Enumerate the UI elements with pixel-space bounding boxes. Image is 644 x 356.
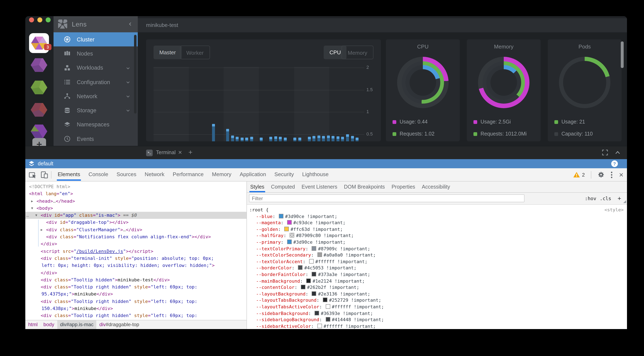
- tab-memory[interactable]: Memory: [208, 168, 236, 181]
- dom-tree-line[interactable]: <div class="Tooltip right hidden" style=…: [25, 283, 246, 291]
- warning-count[interactable]: 2: [582, 172, 585, 178]
- styles-tab-computed[interactable]: Computed: [268, 181, 298, 192]
- css-property-line[interactable]: --textColorSecondary: #a0a0a0 !important…: [247, 252, 627, 258]
- dom-tree-line[interactable]: ▶<div class="ClusterManager">…</div>: [25, 226, 246, 233]
- new-style-rule-button[interactable]: +: [618, 193, 621, 204]
- css-property-line[interactable]: --sidebarBackground: #36393e !important;: [247, 310, 627, 317]
- terminal-tab[interactable]: Terminal: [156, 146, 176, 159]
- color-swatch[interactable]: [317, 324, 322, 328]
- macos-zoom-button[interactable]: [46, 17, 50, 22]
- breadcrumb-item[interactable]: div#draggable-top: [96, 320, 142, 329]
- expand-arrow-open[interactable]: ▼: [31, 205, 33, 212]
- macos-close-button[interactable]: [29, 17, 34, 22]
- tab-lighthouse[interactable]: Lighthouse: [298, 168, 333, 181]
- dom-tree-line[interactable]: <div class="Tooltip right hidden" style=…: [25, 298, 246, 305]
- css-property-line[interactable]: --mainBackground: #1e2124 !important;: [247, 278, 627, 284]
- sidebar-scrollbar[interactable]: [134, 35, 136, 114]
- memory-toggle-button[interactable]: Memory: [342, 46, 374, 59]
- help-button[interactable]: ?: [611, 160, 618, 167]
- css-property-line[interactable]: --sidebarLogoBackground: #414448 !import…: [247, 317, 627, 323]
- dom-tree-line[interactable]: 95.4375px;">minikube</div>: [25, 291, 246, 298]
- color-swatch[interactable]: [298, 265, 303, 270]
- tab-elements[interactable]: Elements: [54, 168, 84, 181]
- breadcrumb-item[interactable]: body: [40, 320, 57, 329]
- inspect-element-icon[interactable]: [29, 171, 37, 179]
- sidebar-item-cluster[interactable]: Cluster: [54, 32, 138, 47]
- css-property-line[interactable]: --borderFaintColor: #373a3e !important;: [247, 271, 627, 278]
- devtools-close-icon[interactable]: ✕: [619, 171, 624, 178]
- css-property-line[interactable]: --blue: #3d90ce !important;: [247, 213, 627, 220]
- sidebar-item-namespaces[interactable]: Namespaces: [54, 118, 138, 132]
- styles-tab-styles[interactable]: Styles: [247, 181, 268, 192]
- toggle-class-editor[interactable]: .cls: [600, 193, 611, 204]
- cluster-icon-3[interactable]: [31, 80, 47, 95]
- expand-arrow-closed[interactable]: ▶: [41, 226, 43, 233]
- settings-gear-icon[interactable]: [598, 171, 605, 178]
- expand-arrow-closed[interactable]: ▶: [31, 197, 33, 205]
- styles-tab-dom-breakpoints[interactable]: DOM Breakpoints: [341, 181, 388, 192]
- terminal-add-button[interactable]: +: [188, 146, 192, 159]
- sidebar-item-storage[interactable]: Storage: [54, 103, 138, 118]
- terminal-close-icon[interactable]: ✕: [178, 146, 182, 159]
- color-swatch[interactable]: [312, 291, 316, 296]
- namespace-bar[interactable]: default ?: [25, 159, 627, 168]
- dom-tree-line[interactable]: <html lang="en">: [25, 190, 246, 198]
- style-source-link[interactable]: <style>: [604, 207, 624, 213]
- dom-tree-line[interactable]: ▶<head>…</head>: [25, 197, 246, 205]
- styles-tab-event-listeners[interactable]: Event Listeners: [298, 181, 340, 192]
- dom-tree-line[interactable]: <!DOCTYPE html>: [25, 183, 246, 190]
- sidebar-item-configuration[interactable]: Configuration: [54, 75, 138, 89]
- css-property-line[interactable]: --magenta: #c93dce !important;: [247, 220, 627, 226]
- dom-tree-line[interactable]: ▼<body>: [25, 205, 246, 212]
- color-swatch[interactable]: [284, 227, 289, 231]
- color-swatch[interactable]: [317, 252, 322, 257]
- worker-filter-button[interactable]: Worker: [180, 46, 210, 59]
- dom-tree-line[interactable]: </div>: [25, 269, 246, 276]
- cluster-icon-2[interactable]: [31, 58, 47, 73]
- styles-tab-properties[interactable]: Properties: [388, 181, 418, 192]
- device-toolbar-icon[interactable]: [40, 171, 48, 179]
- dom-tree-line[interactable]: left: 0px; height: 0px; visibility: hidd…: [25, 262, 246, 269]
- tab-application[interactable]: Application: [236, 168, 270, 181]
- dom-tree-line[interactable]: <div class="Tooltip hidden">minikube-tes…: [25, 276, 246, 284]
- cluster-icon-4[interactable]: [31, 102, 47, 117]
- dom-tree[interactable]: <!DOCTYPE html><html lang="en">▶<head>…<…: [25, 183, 246, 327]
- css-property-line[interactable]: --layoutTabsActiveColor: #ffffff !import…: [247, 304, 627, 310]
- sidebar-collapse-button[interactable]: [128, 21, 133, 26]
- css-property-line[interactable]: --halfGray: #87909c80 !important;: [247, 233, 627, 239]
- dom-tree-line[interactable]: <script src="/build/LensDev.js"></script…: [25, 248, 246, 255]
- cluster-icon-5[interactable]: [31, 124, 47, 139]
- css-property-line[interactable]: --layoutTabsBackground: #252729 !importa…: [247, 297, 627, 304]
- color-swatch[interactable]: [287, 240, 292, 244]
- dom-tree-line[interactable]: 150.438px;">minikube</div>: [25, 305, 246, 312]
- color-swatch[interactable]: [326, 304, 330, 309]
- color-swatch[interactable]: [301, 285, 306, 289]
- more-options-icon[interactable]: [611, 171, 613, 178]
- styles-filter-input[interactable]: [249, 194, 524, 202]
- color-swatch[interactable]: [312, 272, 316, 276]
- color-swatch[interactable]: [314, 311, 319, 315]
- dom-tree-line[interactable]: <div class="Notifications flex column al…: [25, 233, 246, 241]
- expand-arrow-open[interactable]: ▼: [35, 212, 37, 219]
- css-property-line[interactable]: --primary: #3d90ce !important;: [247, 239, 627, 246]
- css-property-line[interactable]: --contentColor: #262b2f !important;: [247, 284, 627, 291]
- breadcrumb-item[interactable]: html: [25, 320, 40, 329]
- tab-sources[interactable]: Sources: [112, 168, 140, 181]
- color-swatch[interactable]: [326, 317, 330, 322]
- css-property-line[interactable]: --layoutBackground: #2e3136 !important;: [247, 291, 627, 297]
- tab-security[interactable]: Security: [270, 168, 298, 181]
- tab-console[interactable]: Console: [84, 168, 112, 181]
- color-swatch[interactable]: [323, 298, 328, 302]
- content-scrollbar[interactable]: [621, 41, 624, 68]
- resize-grip[interactable]: [623, 200, 626, 203]
- sidebar-item-network[interactable]: Network: [54, 89, 138, 103]
- macos-minimize-button[interactable]: [37, 17, 42, 22]
- dom-tree-line[interactable]: <div class="terminal-init" style="positi…: [25, 255, 246, 262]
- css-property-line[interactable]: --textColorAccent: #ffffff !important;: [247, 259, 627, 265]
- dom-tree-line[interactable]: <div id="draggable-top"></div>: [25, 219, 246, 226]
- color-swatch[interactable]: [312, 246, 316, 251]
- dom-tree-line[interactable]: …▼<div id="app" class="is-mac"> == $0: [25, 212, 246, 219]
- terminal-expand-icon[interactable]: [602, 150, 608, 156]
- color-swatch[interactable]: [279, 214, 284, 218]
- css-property-line[interactable]: --borderColor: #4c5053 !important;: [247, 265, 627, 271]
